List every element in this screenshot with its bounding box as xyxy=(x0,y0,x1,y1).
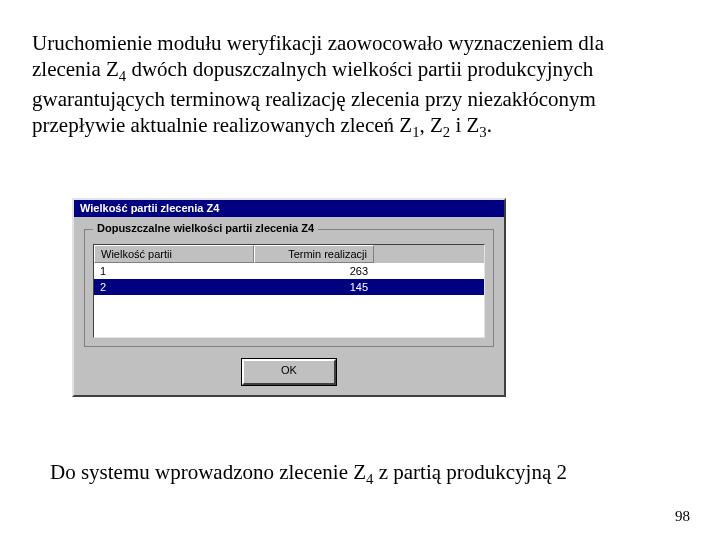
window-title: Wielkość partii zlecenia Z4 xyxy=(74,200,504,217)
para-sub-4: 3 xyxy=(479,124,486,140)
cell-term: 263 xyxy=(254,263,374,279)
table-row[interactable]: 2 145 xyxy=(94,279,484,295)
footer-paragraph: Do systemu wprowadzono zlecenie Z4 z par… xyxy=(50,460,670,488)
table-row[interactable]: 1 263 xyxy=(94,263,484,279)
para-text: , Z xyxy=(419,113,442,137)
groupbox: Dopuszczalne wielkości partii zlecenia Z… xyxy=(84,229,494,347)
groupbox-label: Dopuszczalne wielkości partii zlecenia Z… xyxy=(93,222,318,234)
column-deadline[interactable]: Termin realizacji xyxy=(254,245,374,263)
listview-body: 1 263 2 145 xyxy=(94,263,484,337)
cell-batch: 1 xyxy=(94,263,254,279)
listview[interactable]: Wielkość partii Termin realizacji 1 263 … xyxy=(93,244,485,338)
listview-header: Wielkość partii Termin realizacji xyxy=(94,245,484,263)
column-batch-size[interactable]: Wielkość partii xyxy=(94,245,254,263)
cell-batch: 2 xyxy=(94,279,254,295)
button-row: OK xyxy=(74,355,504,395)
dialog-window: Wielkość partii zlecenia Z4 Dopuszczalne… xyxy=(72,198,506,397)
para-text: . xyxy=(487,113,492,137)
footer-text: Do systemu wprowadzono zlecenie Z xyxy=(50,460,366,484)
cell-term: 145 xyxy=(254,279,374,295)
footer-text: z partią produkcyjną 2 xyxy=(373,460,567,484)
ok-button[interactable]: OK xyxy=(242,359,336,385)
page-number: 98 xyxy=(675,508,690,525)
intro-paragraph: Uruchomienie modułu weryfikacji zaowocow… xyxy=(32,30,672,142)
para-text: i Z xyxy=(450,113,479,137)
